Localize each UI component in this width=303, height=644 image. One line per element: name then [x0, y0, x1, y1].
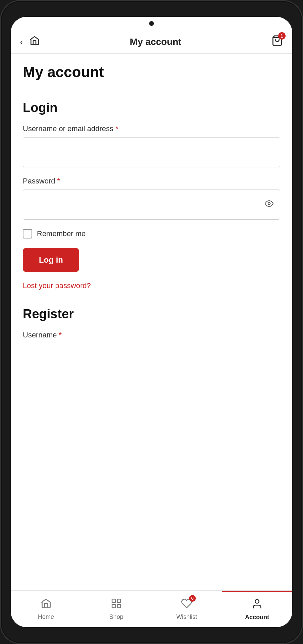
wishlist-nav-label: Wishlist — [176, 613, 197, 621]
bottom-nav-home[interactable]: Home — [11, 591, 81, 627]
phone-frame: ‹ My account 1 — [0, 0, 303, 644]
home-bottom-icon — [40, 598, 52, 611]
toggle-password-icon[interactable] — [265, 199, 274, 210]
password-label: Password * — [23, 177, 280, 185]
camera-notch — [11, 17, 292, 30]
username-label: Username or email address * — [23, 124, 280, 133]
page-heading: My account — [23, 64, 280, 80]
username-input[interactable] — [23, 137, 280, 167]
nav-title: My account — [40, 37, 271, 47]
password-required: * — [57, 177, 60, 185]
remember-me-label: Remember me — [37, 229, 85, 238]
svg-rect-2 — [112, 599, 115, 602]
lost-password-link[interactable]: Lost your password? — [23, 281, 280, 290]
wishlist-badge: 0 — [189, 595, 196, 602]
top-nav-bar: ‹ My account 1 — [11, 30, 292, 54]
bottom-nav-wishlist[interactable]: 0 Wishlist — [152, 591, 222, 627]
svg-rect-4 — [112, 604, 115, 607]
camera-dot — [149, 21, 154, 26]
username-required: * — [115, 124, 118, 133]
shop-bottom-icon — [111, 598, 122, 611]
bottom-nav-account[interactable]: Account — [222, 591, 292, 627]
remember-me-checkbox[interactable] — [23, 229, 32, 238]
register-username-label: Username * — [23, 331, 280, 339]
bottom-nav-shop[interactable]: Shop — [81, 591, 152, 627]
cart-button[interactable]: 1 — [271, 35, 283, 49]
phone-screen: ‹ My account 1 — [11, 17, 292, 627]
login-button[interactable]: Log in — [23, 248, 79, 272]
cart-badge: 1 — [278, 32, 286, 40]
svg-point-1 — [268, 203, 270, 205]
svg-rect-3 — [117, 599, 121, 602]
register-section: Register Username * — [23, 307, 280, 339]
register-username-required: * — [59, 331, 62, 339]
register-section-title: Register — [23, 307, 280, 321]
svg-rect-5 — [117, 604, 121, 607]
wishlist-badge-wrapper: 0 — [181, 598, 192, 611]
remember-me-row: Remember me — [23, 229, 280, 238]
main-content: My account Login Username or email addre… — [11, 54, 292, 590]
wishlist-bottom-icon — [181, 601, 192, 611]
login-section: Login Username or email address * Passwo… — [23, 101, 280, 290]
password-field-wrapper — [23, 190, 280, 220]
bottom-nav: Home Shop — [11, 590, 292, 627]
home-nav-label: Home — [38, 613, 54, 621]
login-section-title: Login — [23, 101, 280, 115]
shop-nav-label: Shop — [109, 613, 123, 621]
account-bottom-icon — [251, 598, 263, 612]
back-button[interactable]: ‹ — [20, 38, 23, 46]
account-nav-label: Account — [245, 614, 269, 621]
nav-left: ‹ — [20, 35, 40, 48]
home-nav-icon[interactable] — [29, 35, 40, 48]
svg-point-6 — [255, 599, 259, 603]
password-input[interactable] — [23, 190, 280, 220]
